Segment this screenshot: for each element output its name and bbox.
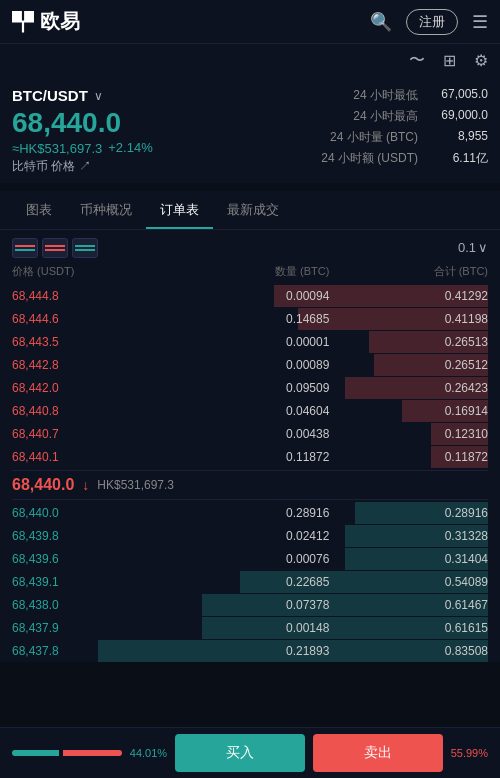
- stat-high: 24 小时最高 69,000.0: [321, 108, 488, 125]
- column-headers: 价格 (USDT) 数量 (BTC) 合计 (BTC): [12, 264, 488, 283]
- stat-vol-usdt: 24 小时额 (USDT) 6.11亿: [321, 150, 488, 167]
- ask-price: 68,444.8: [12, 289, 171, 303]
- bid-total: 0.61615: [329, 621, 488, 635]
- header-right: 🔍 注册 ☰: [370, 9, 488, 35]
- bid-price: 68,437.9: [12, 621, 171, 635]
- bid-qty: 0.00076: [171, 552, 330, 566]
- bid-row[interactable]: 68,437.8 0.21893 0.83508: [12, 640, 488, 662]
- header: 欧易 🔍 注册 ☰: [0, 0, 500, 44]
- bid-total: 0.31328: [329, 529, 488, 543]
- col-price-header: 价格 (USDT): [12, 264, 171, 279]
- ask-row[interactable]: 68,442.0 0.09509 0.26423: [12, 377, 488, 399]
- ask-price: 68,440.7: [12, 427, 171, 441]
- mid-hk-price: HK$531,697.3: [97, 478, 174, 492]
- price-info-wrapper: BTC/USDT ∨ 68,440.0 ≈HK$531,697.3 +2.14%…: [12, 87, 488, 175]
- bid-price: 68,440.0: [12, 506, 171, 520]
- ask-qty: 0.14685: [171, 312, 330, 326]
- view-bids-btn[interactable]: [72, 238, 98, 258]
- pair-row: BTC/USDT ∨: [12, 87, 153, 104]
- bottom-bar: 44.01% 买入 卖出 55.99%: [0, 727, 500, 778]
- buy-button[interactable]: 买入: [175, 734, 305, 772]
- ask-total: 0.41292: [329, 289, 488, 303]
- main-price: 68,440.0: [12, 108, 153, 139]
- chevron-down-icon: ∨: [478, 240, 488, 255]
- ask-price: 68,444.6: [12, 312, 171, 326]
- register-button[interactable]: 注册: [406, 9, 458, 35]
- ask-row[interactable]: 68,440.7 0.00438 0.12310: [12, 423, 488, 445]
- ask-rows: 68,444.8 0.00094 0.41292 68,444.6 0.1468…: [12, 285, 488, 468]
- buy-sell-pct: [12, 750, 122, 756]
- hk-price: ≈HK$531,697.3: [12, 141, 102, 156]
- stat-vol-usdt-value: 6.11亿: [428, 150, 488, 167]
- bid-qty: 0.22685: [171, 575, 330, 589]
- bid-total: 0.31404: [329, 552, 488, 566]
- ask-total: 0.41198: [329, 312, 488, 326]
- ask-row[interactable]: 68,444.8 0.00094 0.41292: [12, 285, 488, 307]
- bid-price: 68,439.6: [12, 552, 171, 566]
- settings-icon[interactable]: ⚙: [474, 51, 488, 70]
- ask-row[interactable]: 68,444.6 0.14685 0.41198: [12, 308, 488, 330]
- ask-qty: 0.11872: [171, 450, 330, 464]
- ask-price: 68,440.8: [12, 404, 171, 418]
- ask-row[interactable]: 68,442.8 0.00089 0.26512: [12, 354, 488, 376]
- buy-pct-bar: [12, 750, 59, 756]
- bid-total: 0.54089: [329, 575, 488, 589]
- bid-row[interactable]: 68,440.0 0.28916 0.28916: [12, 502, 488, 524]
- ask-qty: 0.09509: [171, 381, 330, 395]
- sell-pct-bar: [63, 750, 122, 756]
- mid-price: 68,440.0: [12, 476, 74, 494]
- view-asks-btn[interactable]: [42, 238, 68, 258]
- ask-row[interactable]: 68,443.5 0.00001 0.26513: [12, 331, 488, 353]
- view-both-btn[interactable]: [12, 238, 38, 258]
- tab-overview[interactable]: 币种概况: [66, 191, 146, 229]
- bid-price: 68,437.8: [12, 644, 171, 658]
- stat-high-value: 69,000.0: [428, 108, 488, 125]
- ask-total: 0.12310: [329, 427, 488, 441]
- sell-button[interactable]: 卖出: [313, 734, 443, 772]
- stat-vol-usdt-label: 24 小时额 (USDT): [321, 150, 418, 167]
- ask-row[interactable]: 68,440.1 0.11872 0.11872: [12, 446, 488, 468]
- bid-row[interactable]: 68,438.0 0.07378 0.61467: [12, 594, 488, 616]
- bid-total: 0.83508: [329, 644, 488, 658]
- decimal-select[interactable]: 0.1 ∨: [458, 240, 488, 255]
- tab-orderbook[interactable]: 订单表: [146, 191, 213, 229]
- orderbook: 0.1 ∨ 价格 (USDT) 数量 (BTC) 合计 (BTC) 68,444…: [0, 230, 500, 662]
- stat-vol-btc-value: 8,955: [428, 129, 488, 146]
- bid-total: 0.28916: [329, 506, 488, 520]
- bid-price: 68,439.8: [12, 529, 171, 543]
- ask-total: 0.26512: [329, 358, 488, 372]
- ask-price: 68,440.1: [12, 450, 171, 464]
- stat-high-label: 24 小时最高: [353, 108, 418, 125]
- ask-row[interactable]: 68,440.8 0.04604 0.16914: [12, 400, 488, 422]
- pair-chevron-icon[interactable]: ∨: [94, 89, 103, 103]
- logo-text: 欧易: [40, 8, 80, 35]
- sub-header: 〜 ⊞ ⚙: [0, 44, 500, 77]
- tab-chart[interactable]: 图表: [12, 191, 66, 229]
- ask-total: 0.26423: [329, 381, 488, 395]
- ask-price: 68,442.0: [12, 381, 171, 395]
- bid-rows: 68,440.0 0.28916 0.28916 68,439.8 0.0241…: [12, 502, 488, 662]
- mid-price-row: 68,440.0 ↓ HK$531,697.3: [12, 470, 488, 500]
- chart-line-icon[interactable]: 〜: [409, 50, 425, 71]
- view-buttons-row: 0.1 ∨: [12, 238, 488, 258]
- bid-row[interactable]: 68,437.9 0.00148 0.61615: [12, 617, 488, 639]
- search-icon[interactable]: 🔍: [370, 11, 392, 33]
- stat-low-value: 67,005.0: [428, 87, 488, 104]
- stat-vol-btc-label: 24 小时量 (BTC): [330, 129, 418, 146]
- pair-name[interactable]: BTC/USDT: [12, 87, 88, 104]
- bid-row[interactable]: 68,439.8 0.02412 0.31328: [12, 525, 488, 547]
- ask-qty: 0.04604: [171, 404, 330, 418]
- ask-price: 68,442.8: [12, 358, 171, 372]
- ask-qty: 0.00089: [171, 358, 330, 372]
- bid-price: 68,438.0: [12, 598, 171, 612]
- ask-total: 0.26513: [329, 335, 488, 349]
- tab-trades[interactable]: 最新成交: [213, 191, 293, 229]
- bid-row[interactable]: 68,439.1 0.22685 0.54089: [12, 571, 488, 593]
- hk-price-row: ≈HK$531,697.3 +2.14%: [12, 139, 153, 156]
- price-left: BTC/USDT ∨ 68,440.0 ≈HK$531,697.3 +2.14%…: [12, 87, 153, 175]
- price-section: BTC/USDT ∨ 68,440.0 ≈HK$531,697.3 +2.14%…: [0, 77, 500, 183]
- menu-icon[interactable]: ☰: [472, 11, 488, 33]
- grid-icon[interactable]: ⊞: [443, 51, 456, 70]
- bid-row[interactable]: 68,439.6 0.00076 0.31404: [12, 548, 488, 570]
- price-stats: 24 小时最低 67,005.0 24 小时最高 69,000.0 24 小时量…: [321, 87, 488, 175]
